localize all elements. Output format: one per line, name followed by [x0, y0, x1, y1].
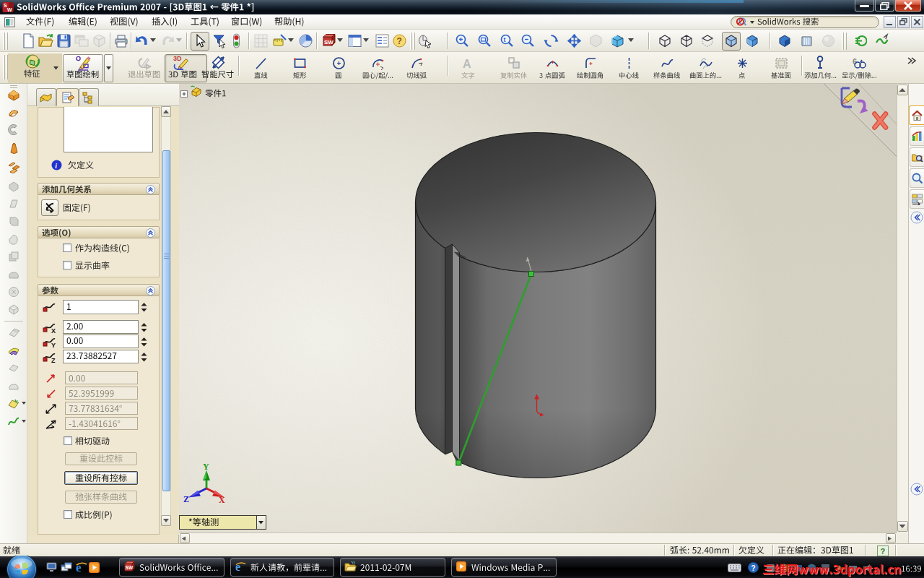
svg-text:?: ?: [751, 564, 756, 572]
svg-text:SW: SW: [126, 565, 134, 570]
svg-text:?: ?: [397, 36, 402, 46]
svg-text:Y: Y: [203, 462, 209, 472]
svg-text:i: i: [55, 162, 57, 170]
svg-text:3D: 3D: [173, 55, 182, 62]
svg-text:t: t: [504, 36, 506, 43]
svg-text:Z: Z: [183, 494, 189, 504]
svg-text:X: X: [219, 495, 225, 504]
svg-text:Y: Y: [51, 342, 56, 348]
svg-text:?: ?: [881, 546, 886, 555]
svg-text:X: X: [51, 327, 56, 333]
svg-text:Z: Z: [51, 357, 56, 363]
svg-text:A: A: [463, 58, 471, 70]
svg-text:W: W: [7, 7, 12, 12]
svg-text:SW: SW: [324, 39, 334, 46]
